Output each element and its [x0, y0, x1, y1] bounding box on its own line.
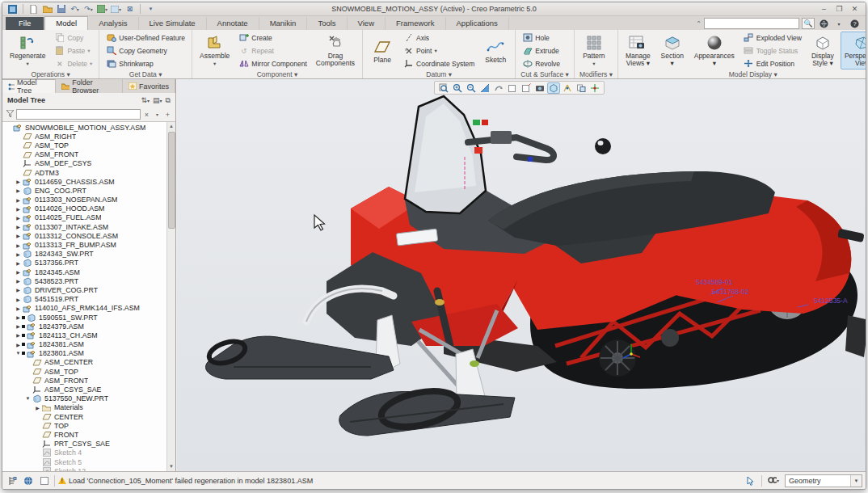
- hole-button[interactable]: Hole: [519, 32, 563, 44]
- clear-filter-icon[interactable]: ×: [142, 111, 151, 119]
- tree-item-0113303-nosepan-asm[interactable]: ▶0113303_NOSEPAN.ASM: [2, 196, 166, 204]
- named-views-icon[interactable]: [506, 82, 519, 94]
- regenerate-quick-icon[interactable]: ▾: [97, 4, 107, 14]
- filter-options-icon[interactable]: ▾: [153, 112, 162, 117]
- tree-item-0113307-intake-asm[interactable]: ▶0113307_INTAKE.ASM: [2, 222, 166, 231]
- tree-item-asm-front[interactable]: ASM_FRONT: [2, 150, 166, 159]
- tab-manikin[interactable]: Manikin: [259, 17, 308, 30]
- tree-item-sketch-4[interactable]: Sketch 4: [2, 449, 166, 457]
- tree-scrollbar[interactable]: ▲ ▼: [166, 122, 175, 471]
- tree-item-prt-csys-sae[interactable]: PRT_CSYS_SAE: [2, 440, 166, 449]
- delete-button[interactable]: ✕Delete▾: [51, 57, 95, 70]
- tab-annotate[interactable]: Annotate: [207, 17, 259, 30]
- exploded-view-button[interactable]: Exploded View: [740, 32, 805, 44]
- add-filter-icon[interactable]: +: [163, 111, 172, 119]
- tree-item-front[interactable]: FRONT: [2, 430, 166, 439]
- expand-arrow-icon[interactable]: ▶: [34, 405, 41, 411]
- spin-center-icon[interactable]: [588, 82, 601, 94]
- create-button[interactable]: Create: [235, 32, 310, 44]
- expand-arrow-icon[interactable]: ▶: [15, 233, 22, 238]
- tree-item-0113312-console-asm[interactable]: ▶0113312_CONSOLE.ASM: [2, 231, 166, 240]
- windows-icon[interactable]: ▾: [111, 4, 121, 14]
- navigator-toggle-icon[interactable]: [6, 475, 19, 487]
- tab-applications[interactable]: Applications: [446, 17, 509, 30]
- tree-item-snowmobile-motion-assy-asm[interactable]: SNOWMOBILE_MOTION_ASSY.ASM: [2, 123, 166, 132]
- point-button[interactable]: xPoint▾: [400, 44, 478, 57]
- graphics-area[interactable]: 5434589-01 5431768-02 5412535-A: [177, 79, 866, 471]
- tree-item-asm-def-csys[interactable]: ASM_DEF_CSYS: [2, 159, 166, 168]
- regenerate-button[interactable]: Regenerate ▾: [6, 32, 49, 70]
- tree-item-0114659-chassis-asm[interactable]: ▶0114659_CHASSIS.ASM: [2, 177, 166, 186]
- tree-item-driver-cog-prt[interactable]: ▶DRIVER_COG.PRT: [2, 285, 166, 294]
- expand-arrow-icon[interactable]: ▶: [15, 278, 22, 284]
- edit-position-button[interactable]: Edit Position: [740, 57, 805, 70]
- spin-icon[interactable]: [492, 82, 505, 94]
- expand-arrow-icon[interactable]: ▶: [15, 224, 22, 230]
- zoom-out-icon[interactable]: [465, 82, 478, 94]
- redo-icon[interactable]: ↷▾: [83, 4, 94, 14]
- group-label-component[interactable]: Component ▾: [192, 70, 362, 79]
- expand-arrow-icon[interactable]: ▶: [15, 314, 22, 320]
- datum-display-icon[interactable]: [561, 82, 574, 94]
- tree-columns-icon[interactable]: ▤▾: [153, 96, 162, 105]
- copy-button[interactable]: Copy: [51, 32, 95, 44]
- expand-arrow-icon[interactable]: ▶: [15, 215, 22, 221]
- zoom-in-icon[interactable]: [451, 82, 464, 94]
- expand-arrow-icon[interactable]: ▶: [15, 206, 22, 212]
- coordinate-system-button[interactable]: Coordinate System: [400, 57, 478, 70]
- panel-tab-favorites[interactable]: Favorites: [123, 79, 175, 93]
- repeat-button[interactable]: ↺Repeat: [235, 44, 310, 57]
- tree-item-1824113-ch-asm[interactable]: ▶1824113_CH.ASM: [2, 331, 166, 339]
- group-label-cut-surface[interactable]: Cut & Surface ▾: [516, 70, 574, 79]
- refit-icon[interactable]: [437, 82, 450, 94]
- connect-icon[interactable]: [817, 18, 830, 29]
- drag-components-button[interactable]: Drag Components: [312, 32, 359, 70]
- tree-item-5137550-new-prt[interactable]: ▼5137550_NEW.PRT: [2, 394, 166, 403]
- repaint-icon[interactable]: [478, 82, 491, 94]
- paste-button[interactable]: Paste▾: [51, 44, 95, 57]
- help-icon[interactable]: ?: [848, 18, 861, 29]
- appearances-button[interactable]: Appearances ▾: [690, 32, 739, 70]
- tree-item-5451519-prt[interactable]: ▶5451519.PRT: [2, 295, 166, 304]
- expand-arrow-icon[interactable]: ▶: [15, 251, 22, 257]
- tree-item-asm-center[interactable]: ASM_CENTER: [2, 358, 166, 367]
- tree-item-1824343-sw-prt[interactable]: ▶1824343_SW.PRT: [2, 250, 166, 259]
- view-normal-icon[interactable]: [520, 82, 533, 94]
- save-icon[interactable]: [56, 4, 66, 14]
- close-window-icon[interactable]: ⊠: [124, 4, 135, 14]
- tree-item-0114026-hood-asm[interactable]: ▶0114026_HOOD.ASM: [2, 204, 166, 213]
- tree-item-sketch-5[interactable]: Sketch 5: [2, 457, 166, 466]
- group-label-model-display[interactable]: Model Display ▾: [618, 70, 866, 79]
- tree-item-center[interactable]: CENTER: [2, 412, 166, 421]
- expand-arrow-icon[interactable]: ▶: [15, 287, 22, 293]
- tree-item-asm-front[interactable]: ASM_FRONT: [2, 376, 166, 385]
- part-label[interactable]: 5434589-01: [696, 278, 732, 286]
- scroll-up-icon[interactable]: ▲: [167, 122, 175, 131]
- user-defined-feature-button[interactable]: User-Defined Feature: [103, 32, 188, 44]
- tree-item-asm-csys-sae[interactable]: ASM_CSYS_SAE: [2, 385, 166, 394]
- tree-item-1824379-asm[interactable]: ▶1824379.ASM: [2, 322, 166, 331]
- panel-tab-folder-browser[interactable]: Folder Browser: [56, 79, 123, 93]
- expand-arrow-icon[interactable]: ▶: [15, 197, 22, 203]
- tree-item-5438523-prt[interactable]: ▶5438523.PRT: [2, 276, 166, 285]
- customize-qat-icon[interactable]: ▼: [145, 4, 156, 14]
- toggle-status-button[interactable]: Toggle Status: [740, 44, 805, 57]
- capture-icon[interactable]: [533, 82, 546, 94]
- copy-geometry-button[interactable]: Copy Geometry: [103, 44, 188, 57]
- search-icon[interactable]: 🔍: [802, 18, 815, 29]
- part-label[interactable]: 5431768-02: [712, 288, 748, 296]
- assemble-button[interactable]: Assemble ▾: [196, 32, 234, 70]
- tree-item-asm-top[interactable]: ASM_TOP: [2, 367, 166, 376]
- tree-item-asm-top[interactable]: ASM_TOP: [2, 141, 166, 150]
- manage-views-button[interactable]: Manage Views ▾: [622, 32, 655, 70]
- tree-item-top[interactable]: TOP: [2, 421, 166, 430]
- expand-arrow-icon[interactable]: ▶: [15, 260, 22, 266]
- tree-item-114010-afs-rmk144-ifs-asm[interactable]: ▶114010_AFS_RMK144_IFS.ASM: [2, 304, 166, 313]
- tab-live-simulate[interactable]: Live Simulate: [139, 17, 207, 30]
- tree-item-1824345-asm[interactable]: ▶1824345.ASM: [2, 268, 166, 276]
- display-style-button[interactable]: Display Style ▾: [807, 32, 839, 70]
- annotation-display-icon[interactable]: [575, 82, 588, 94]
- snowmobile-model[interactable]: [177, 79, 866, 461]
- full-screen-toggle-icon[interactable]: [38, 475, 51, 487]
- connect-dropdown-icon[interactable]: ▾: [832, 18, 845, 29]
